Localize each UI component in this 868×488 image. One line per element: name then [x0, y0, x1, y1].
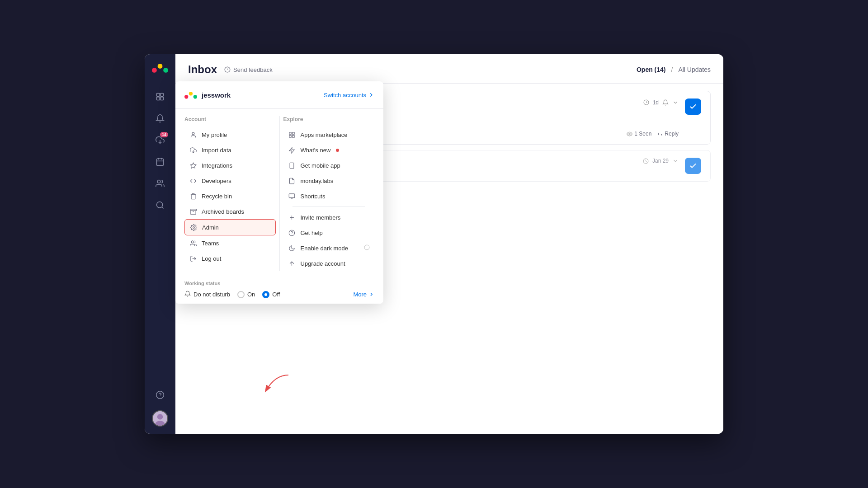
app-logo[interactable]: [152, 61, 168, 76]
dropdown-dark-mode[interactable]: Enable dark mode: [283, 240, 375, 256]
working-status-title: Working status: [184, 281, 374, 286]
explore-column: Explore Apps marketplace: [283, 116, 375, 271]
svg-rect-41: [292, 135, 294, 137]
svg-rect-44: [290, 163, 294, 169]
inbox-header: Inbox Send feedback Open (14) / All Upda…: [175, 54, 723, 84]
dropdown-shortcuts[interactable]: Shortcuts: [283, 188, 375, 204]
whats-new-label: What's new: [301, 147, 331, 154]
integrations-label: Integrations: [202, 162, 232, 169]
svg-rect-4: [160, 94, 164, 97]
dropdown-upgrade-account[interactable]: Upgrade account: [283, 256, 375, 271]
item-meta-2: Jan 29: [643, 158, 679, 164]
avatar[interactable]: [152, 410, 168, 427]
sidebar-item-help[interactable]: [150, 385, 170, 405]
dropdown-user: jesswork: [184, 89, 231, 101]
status-off-radio[interactable]: [262, 291, 269, 298]
upgrade-account-label: Upgrade account: [301, 260, 345, 267]
svg-point-29: [189, 92, 193, 95]
item-seen-1: 1 Seen: [634, 131, 651, 137]
plus-icon: [288, 213, 296, 221]
dropdown-log-out[interactable]: Log out: [184, 251, 276, 266]
sidebar-item-search[interactable]: [150, 195, 170, 215]
logout-icon: [189, 254, 197, 263]
page-title: Inbox: [188, 63, 217, 76]
switch-accounts-button[interactable]: Switch accounts: [324, 92, 374, 99]
dropdown-monday-labs[interactable]: monday.labs: [283, 173, 375, 188]
developers-label: Developers: [202, 178, 231, 184]
shortcuts-label: Shortcuts: [301, 193, 326, 200]
check-button-1[interactable]: [685, 99, 701, 115]
sidebar-item-inbox[interactable]: 14: [150, 130, 170, 150]
get-help-label: Get help: [301, 230, 323, 236]
lab-icon: [288, 177, 296, 185]
sidebar-item-calendar[interactable]: [150, 152, 170, 172]
do-not-disturb-option[interactable]: Do not disturb: [184, 291, 230, 298]
dropdown-invite-members[interactable]: Invite members: [283, 210, 375, 225]
apps-icon: [288, 131, 296, 139]
svg-rect-39: [289, 132, 291, 134]
sidebar-item-home[interactable]: [150, 87, 170, 107]
dropdown-username: jesswork: [202, 91, 231, 99]
dropdown-admin[interactable]: Admin: [184, 219, 276, 235]
dark-mode-icon-extra: [364, 244, 370, 252]
svg-point-53: [364, 245, 369, 250]
dropdown-archived-boards[interactable]: Archived boards: [184, 204, 276, 219]
reply-label-1: Reply: [665, 131, 679, 137]
svg-point-2: [163, 68, 168, 73]
admin-label: Admin: [202, 224, 219, 231]
dropdown-developers[interactable]: Developers: [184, 173, 276, 188]
svg-rect-8: [157, 159, 164, 165]
svg-point-18: [157, 414, 163, 419]
upgrade-icon: [288, 259, 296, 267]
dropdown-get-help[interactable]: Get help: [283, 225, 375, 240]
status-on-label: On: [247, 291, 255, 298]
svg-point-37: [191, 240, 193, 243]
account-dropdown: jesswork Switch accounts Account: [175, 81, 383, 304]
explore-section-title: Explore: [283, 116, 375, 122]
status-row: Do not disturb On Off More: [184, 291, 374, 298]
moon-icon: [288, 244, 296, 252]
reply-button-1[interactable]: Reply: [657, 131, 679, 137]
my-profile-label: My profile: [202, 131, 227, 138]
svg-point-28: [184, 95, 188, 99]
sidebar: 14: [145, 54, 175, 434]
archive-icon: [189, 207, 197, 216]
send-feedback-button[interactable]: Send feedback: [224, 66, 273, 73]
svg-point-31: [192, 132, 194, 134]
dropdown-import-data[interactable]: Import data: [184, 142, 276, 158]
svg-point-13: [157, 202, 163, 208]
sidebar-item-notifications[interactable]: [150, 108, 170, 128]
dropdown-get-mobile-app[interactable]: Get mobile app: [283, 158, 375, 173]
sidebar-item-people[interactable]: [150, 174, 170, 193]
do-not-disturb-label: Do not disturb: [193, 291, 230, 298]
account-section-title: Account: [184, 116, 276, 122]
integration-icon: [189, 161, 197, 169]
dropdown-whats-new[interactable]: What's new: [283, 142, 375, 158]
svg-point-15: [156, 391, 164, 399]
switch-accounts-label: Switch accounts: [324, 92, 366, 99]
check-button-2[interactable]: [685, 158, 701, 174]
invite-members-label: Invite members: [301, 214, 341, 221]
status-on-option[interactable]: On: [237, 291, 255, 298]
code-icon: [189, 177, 197, 185]
dropdown-recycle-bin[interactable]: Recycle bin: [184, 188, 276, 204]
whats-new-dot: [336, 149, 339, 152]
more-button[interactable]: More: [353, 291, 374, 298]
all-updates-link[interactable]: All Updates: [678, 66, 711, 73]
working-status-section: Working status Do not disturb: [175, 275, 383, 304]
send-feedback-label: Send feedback: [233, 66, 273, 73]
monday-labs-label: monday.labs: [301, 178, 334, 184]
dropdown-apps-marketplace[interactable]: Apps marketplace: [283, 127, 375, 142]
person-icon: [189, 131, 197, 139]
enable-dark-mode-label: Enable dark mode: [301, 245, 349, 252]
dropdown-integrations[interactable]: Integrations: [184, 158, 276, 173]
status-on-radio[interactable]: [237, 291, 245, 298]
svg-point-1: [158, 64, 163, 69]
svg-point-12: [157, 180, 160, 183]
get-mobile-app-label: Get mobile app: [301, 162, 340, 169]
import-icon: [189, 146, 197, 154]
item-time-1: 1d: [653, 99, 659, 106]
dropdown-my-profile[interactable]: My profile: [184, 127, 276, 142]
dropdown-teams[interactable]: Teams: [184, 235, 276, 251]
status-off-option[interactable]: Off: [262, 291, 280, 298]
